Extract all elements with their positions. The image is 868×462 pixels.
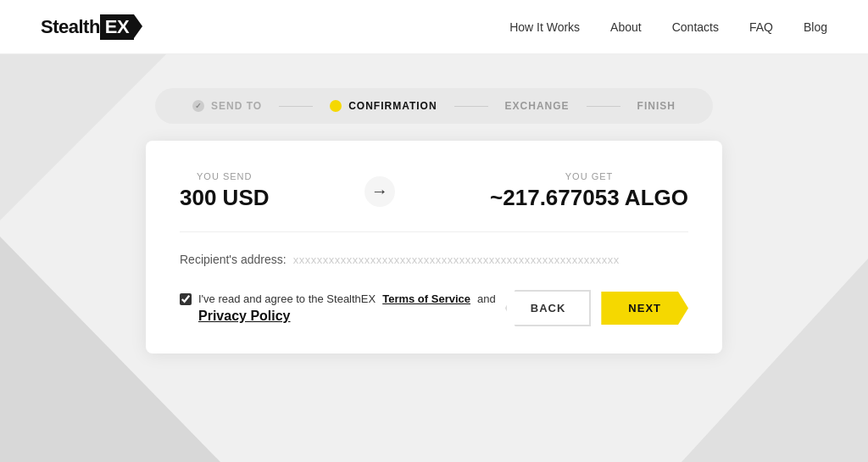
you-get-label: YOU GET (565, 171, 614, 181)
privacy-policy-link[interactable]: Privacy Policy (198, 309, 291, 323)
logo: Stealth EX (41, 14, 134, 40)
recipient-label: Recipient's address: (180, 253, 287, 266)
nav-faq[interactable]: FAQ (749, 20, 773, 34)
main-content: ✓ SEND TO CONFIRMATION EXCHANGE FINISH Y… (0, 54, 868, 353)
step-dot-send-to: ✓ (192, 100, 204, 112)
terms-section: I've read and agree to the StealthEX Ter… (180, 292, 496, 324)
logo-stealth-text: Stealth (41, 16, 100, 38)
exchange-row: YOU SEND 300 USD → YOU GET ~217.677053 A… (180, 171, 688, 232)
exchange-arrow-icon: → (364, 176, 395, 207)
step-divider-3 (587, 106, 620, 107)
nav-contacts[interactable]: Contacts (672, 20, 719, 34)
action-buttons: BACK NEXT (505, 290, 688, 326)
logo-ex-text: EX (100, 14, 134, 40)
step-label-finish: FINISH (637, 100, 676, 112)
step-dot-confirmation (330, 100, 342, 112)
step-finish[interactable]: FINISH (620, 93, 693, 119)
back-button[interactable]: BACK (505, 290, 592, 326)
terms-of-service-link[interactable]: Terms of Service (382, 292, 470, 305)
terms-text-mid: and (477, 292, 496, 305)
step-label-send-to: SEND TO (211, 100, 262, 112)
terms-text-before: I've read and agree to the StealthEX (198, 292, 376, 305)
next-button[interactable]: NEXT (601, 292, 688, 325)
confirmation-card: YOU SEND 300 USD → YOU GET ~217.677053 A… (146, 141, 722, 353)
main-nav: How It Works About Contacts FAQ Blog (509, 20, 827, 34)
step-label-confirmation: CONFIRMATION (348, 100, 437, 112)
send-side: YOU SEND 300 USD (180, 171, 270, 211)
you-get-amount: ~217.677053 ALGO (490, 185, 688, 211)
nav-how-it-works[interactable]: How It Works (509, 20, 580, 34)
step-divider-1 (279, 106, 313, 107)
you-send-label: YOU SEND (197, 171, 252, 181)
nav-about[interactable]: About (610, 20, 642, 34)
step-send-to[interactable]: ✓ SEND TO (175, 93, 279, 119)
terms-line: I've read and agree to the StealthEX Ter… (180, 292, 496, 305)
steps-bar: ✓ SEND TO CONFIRMATION EXCHANGE FINISH (155, 88, 713, 124)
header: Stealth EX How It Works About Contacts F… (0, 0, 868, 54)
step-exchange[interactable]: EXCHANGE (488, 93, 587, 119)
step-confirmation[interactable]: CONFIRMATION (313, 93, 453, 119)
step-label-exchange: EXCHANGE (505, 100, 570, 112)
terms-actions-row: I've read and agree to the StealthEX Ter… (180, 290, 688, 326)
recipient-row: Recipient's address: xxxxxxxxxxxxxxxxxxx… (180, 253, 688, 266)
terms-checkbox[interactable] (180, 293, 192, 305)
recipient-address: xxxxxxxxxxxxxxxxxxxxxxxxxxxxxxxxxxxxxxxx… (293, 253, 620, 266)
you-send-amount: 300 USD (180, 185, 270, 211)
nav-blog[interactable]: Blog (804, 20, 827, 34)
get-side: YOU GET ~217.677053 ALGO (490, 171, 688, 211)
step-divider-2 (454, 106, 488, 107)
